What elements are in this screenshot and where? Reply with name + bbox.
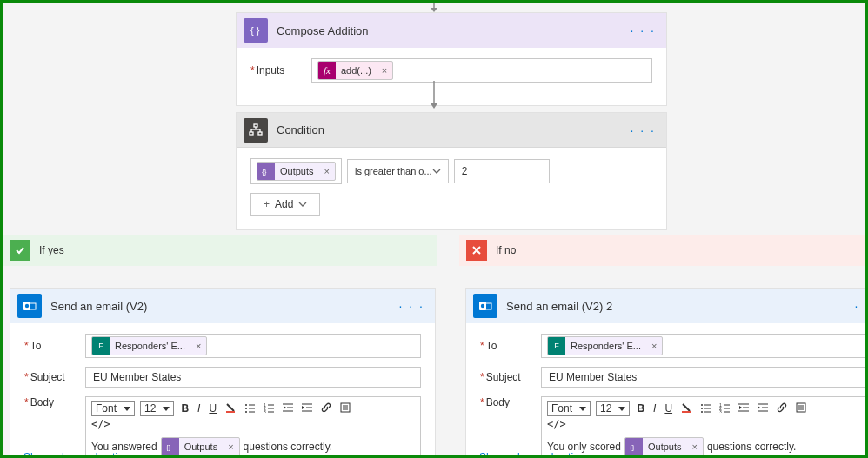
condition-left-operand[interactable]: {} Outputs × (250, 158, 342, 184)
compose-card[interactable]: { } Compose Addition · · · *Inputs fx ad… (236, 12, 667, 106)
remove-token-icon[interactable]: × (686, 441, 702, 452)
svg-rect-16 (30, 303, 36, 309)
svg-marker-4 (431, 103, 437, 109)
if-no-header: If no (459, 235, 868, 266)
svg-point-17 (25, 304, 29, 308)
italic-button[interactable]: I (196, 402, 202, 415)
condition-menu[interactable]: · · · (627, 123, 659, 137)
svg-marker-19 (163, 407, 170, 411)
subject-input[interactable]: EU Member States (85, 367, 421, 388)
color-button[interactable] (224, 402, 237, 415)
link-button[interactable] (319, 402, 333, 415)
outputs-token[interactable]: {} Outputs × (624, 437, 704, 456)
bullet-list-button[interactable] (698, 402, 712, 415)
dynamic-content-icon: {} (162, 438, 179, 455)
responders-email-token[interactable]: F Responders' E... × (547, 336, 663, 355)
chevron-down-icon (593, 453, 602, 458)
remove-token-icon[interactable]: × (190, 341, 206, 351)
svg-marker-72 (758, 406, 760, 409)
condition-card[interactable]: Condition · · · {} Outputs × is greater … (236, 112, 667, 230)
code-view-button[interactable]: </> (547, 418, 868, 430)
condition-header[interactable]: Condition · · · (237, 113, 666, 148)
code-view-button[interactable]: </> (91, 418, 415, 430)
indent-button[interactable] (756, 402, 770, 415)
yes-action-header[interactable]: Send an email (V2) · · · (10, 289, 435, 323)
no-action-title: Send an email (V2) 2 (506, 300, 843, 313)
svg-text:{}: {} (630, 443, 635, 451)
connector-top (428, 1, 440, 13)
font-size-select[interactable]: 12 (596, 401, 630, 416)
condition-value-input[interactable]: 2 (454, 159, 550, 183)
svg-text:{}: {} (262, 168, 267, 176)
add-condition-button[interactable]: + Add (250, 193, 320, 216)
condition-icon (244, 118, 268, 143)
no-action-header[interactable]: Send an email (V2) 2 · · · (466, 289, 868, 323)
remove-token-icon[interactable]: × (223, 441, 238, 452)
svg-rect-11 (258, 132, 262, 135)
svg-marker-68 (739, 406, 742, 409)
remove-token-icon[interactable]: × (646, 341, 662, 351)
no-action-card[interactable]: Send an email (V2) 2 · · · *To F Respond… (465, 288, 868, 458)
chevron-down-icon (298, 200, 307, 209)
more-button[interactable] (794, 402, 808, 415)
outputs-token[interactable]: {} Outputs × (161, 437, 240, 456)
compose-icon: { } (244, 18, 268, 43)
link-button[interactable] (775, 402, 789, 415)
remove-token-icon[interactable]: × (377, 65, 392, 76)
svg-point-54 (701, 404, 703, 406)
to-field[interactable]: F Responders' E... × (541, 334, 868, 358)
close-icon (466, 240, 487, 261)
compose-title: Compose Addition (277, 24, 618, 37)
color-button[interactable] (679, 402, 693, 415)
more-button[interactable] (338, 402, 352, 415)
outdent-button[interactable] (281, 402, 295, 415)
number-list-button[interactable]: 123 (262, 402, 276, 415)
bullet-list-button[interactable] (243, 402, 257, 415)
outputs-token[interactable]: {} Outputs × (257, 162, 336, 181)
outlook-icon (17, 294, 42, 318)
font-select[interactable]: Font (547, 401, 591, 416)
compose-menu[interactable]: · · · (627, 23, 659, 37)
fx-expression-token[interactable]: fx add(...) × (317, 61, 393, 80)
subject-input[interactable]: EU Member States (541, 367, 868, 388)
show-advanced-no[interactable]: Show advanced options (479, 451, 602, 458)
connector-mid (428, 81, 440, 110)
svg-text:{ }: { } (250, 25, 260, 36)
outdent-button[interactable] (737, 402, 751, 415)
to-label: *To (24, 340, 85, 352)
font-size-select[interactable]: 12 (140, 401, 174, 416)
underline-button[interactable]: U (207, 402, 218, 415)
show-advanced-yes[interactable]: Show advanced options (23, 451, 146, 458)
outlook-icon (473, 294, 497, 318)
remove-token-icon[interactable]: × (319, 166, 335, 176)
yes-action-card[interactable]: Send an email (V2) · · · *To F Responder… (10, 288, 436, 458)
svg-rect-48 (485, 303, 491, 309)
bold-button[interactable]: B (635, 402, 646, 415)
inputs-label: *Inputs (250, 64, 311, 76)
svg-text:3: 3 (264, 409, 266, 413)
inputs-field[interactable]: fx add(...) × (311, 58, 652, 83)
svg-rect-21 (226, 411, 235, 413)
dynamic-content-icon: {} (257, 163, 275, 180)
body-editor[interactable]: Font 12 B I U 123 </> (541, 396, 868, 458)
indent-button[interactable] (300, 402, 314, 415)
responders-email-token[interactable]: F Responders' E... × (91, 336, 207, 355)
bold-button[interactable]: B (179, 402, 190, 415)
if-yes-header: If yes (3, 235, 437, 266)
number-list-button[interactable]: 123 (718, 402, 731, 415)
italic-button[interactable]: I (651, 402, 658, 415)
compose-header[interactable]: { } Compose Addition · · · (237, 13, 666, 48)
yes-action-menu[interactable]: · · · (396, 299, 428, 313)
subject-label: *Subject (480, 371, 541, 383)
svg-rect-53 (682, 411, 691, 413)
to-field[interactable]: F Responders' E... × (85, 334, 421, 358)
svg-rect-10 (250, 132, 253, 135)
body-editor[interactable]: Font 12 B I U 123 </> (85, 396, 421, 458)
fx-icon: fx (318, 62, 336, 79)
svg-text:{}: {} (166, 443, 171, 451)
body-label: *Body (24, 396, 85, 408)
underline-button[interactable]: U (663, 402, 674, 415)
no-action-menu[interactable]: · · · (851, 299, 868, 313)
font-select[interactable]: Font (91, 401, 135, 416)
condition-operator-select[interactable]: is greater than o... (347, 159, 449, 183)
